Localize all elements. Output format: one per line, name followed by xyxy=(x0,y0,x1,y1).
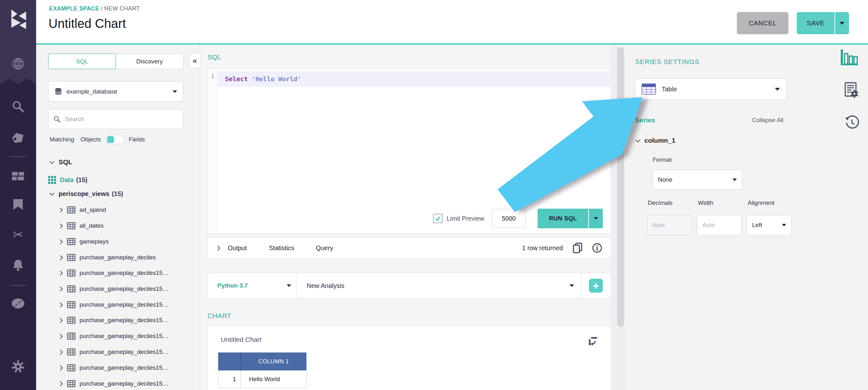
tree-node-table[interactable]: purchase_gameplay_deciles15… xyxy=(59,298,168,311)
sidebar-item-globe[interactable] xyxy=(0,57,36,71)
objects-fields-toggle[interactable] xyxy=(106,135,124,144)
tree-node-table[interactable]: purchase_gameplay_deciles15… xyxy=(59,345,168,358)
result-table: COLUMN 1 1 Hello World xyxy=(218,352,307,388)
tab-statistics[interactable]: Statistics xyxy=(269,245,294,252)
transpose-icon[interactable] xyxy=(588,336,598,346)
analysis-selector[interactable]: New Analysis xyxy=(297,273,581,298)
chevron-down-icon xyxy=(50,191,55,196)
tree-node-table[interactable]: purchase_gameplay_deciles15… xyxy=(59,330,168,342)
chevron-right-icon xyxy=(58,350,63,355)
sidebar-item-alerts[interactable] xyxy=(0,259,36,272)
save-button[interactable]: SAVE xyxy=(797,12,834,34)
tab-discovery[interactable]: Discovery xyxy=(116,54,183,69)
column-header[interactable]: COLUMN 1 xyxy=(241,353,307,371)
series-column-toggle[interactable]: column_1 xyxy=(636,137,675,144)
chevron-right-icon xyxy=(58,271,63,276)
history-tab[interactable] xyxy=(841,115,862,130)
chart-settings-tab[interactable] xyxy=(839,48,860,66)
tree-node-table[interactable]: purchase_gameplay_deciles15… xyxy=(59,314,168,327)
checkmark-icon xyxy=(435,215,441,222)
decimals-label: Decimals xyxy=(648,199,673,206)
search-input[interactable] xyxy=(64,115,173,123)
width-input[interactable] xyxy=(697,215,742,235)
line-number: 1 xyxy=(208,73,217,80)
save-button-group: SAVE xyxy=(797,12,849,34)
limit-value-input[interactable] xyxy=(492,209,526,228)
gear-icon xyxy=(11,360,25,373)
sidebar-item-tags[interactable] xyxy=(0,131,36,144)
chevron-right-icon[interactable] xyxy=(215,245,220,250)
collapse-panel-button[interactable]: « xyxy=(189,53,200,68)
app-logo[interactable] xyxy=(0,9,36,32)
scrollbar-thumb[interactable] xyxy=(617,47,624,327)
add-analysis-button[interactable]: + xyxy=(589,279,603,292)
tree-node-table[interactable]: gameplays xyxy=(59,235,108,248)
dashboard-grid-icon xyxy=(12,171,24,183)
matching-fields-label: Fields xyxy=(129,136,145,143)
copy-icon[interactable] xyxy=(572,243,583,253)
query-settings-tab[interactable] xyxy=(841,82,862,98)
decimals-input[interactable] xyxy=(647,215,692,235)
tree-node-data[interactable]: Data (15) xyxy=(48,173,87,186)
table-icon xyxy=(67,285,75,292)
format-dropdown[interactable]: None xyxy=(653,170,742,190)
tree-node-sql-root[interactable]: SQL xyxy=(50,156,72,168)
editor-active-line[interactable]: Select 'Hello World' xyxy=(218,71,611,87)
breadcrumb-space-link[interactable]: EXAMPLE SPACE xyxy=(49,5,99,12)
save-options-button[interactable] xyxy=(834,12,849,34)
chart-editor-app: ✂ xyxy=(0,0,868,390)
tree-node-table[interactable]: purchase_gameplay_deciles xyxy=(59,251,156,264)
table-icon xyxy=(67,364,75,371)
tab-output[interactable]: Output xyxy=(228,245,247,252)
sidebar-item-snippets[interactable]: ✂ xyxy=(0,228,36,241)
tab-query[interactable]: Query xyxy=(316,245,333,252)
collapse-all-link[interactable]: Collapse All xyxy=(752,117,783,124)
run-sql-button[interactable]: RUN SQL xyxy=(537,208,588,228)
run-sql-button-group: RUN SQL xyxy=(537,208,603,228)
table-name: purchase_gameplay_deciles15… xyxy=(80,270,168,277)
row-count-status: 1 row returned xyxy=(522,245,563,252)
tree-data-label: Data xyxy=(60,176,73,184)
compass-icon xyxy=(11,297,25,310)
tree-node-schema[interactable]: periscope_views (15) xyxy=(50,187,123,200)
info-icon[interactable] xyxy=(592,243,602,253)
tree-node-table[interactable]: purchase_gameplay_deciles15… xyxy=(59,267,168,279)
cancel-button[interactable]: CANCEL xyxy=(737,12,788,34)
sidebar-divider xyxy=(9,285,27,286)
analysis-name: New Analysis xyxy=(307,282,344,289)
database-selector[interactable]: example_database xyxy=(48,81,183,102)
language-selector[interactable]: Python 3.7 xyxy=(208,273,297,298)
chevron-right-icon xyxy=(58,286,63,291)
limit-preview-checkbox[interactable] xyxy=(433,214,442,223)
tree-node-table[interactable]: all_dates xyxy=(59,219,103,232)
table-icon xyxy=(67,270,75,277)
chevron-right-icon xyxy=(58,334,63,339)
tree-node-table[interactable]: ad_spend xyxy=(59,203,106,216)
sidebar-item-bookmarks[interactable] xyxy=(0,198,36,211)
analysis-bar: Python 3.7 New Analysis + xyxy=(208,273,611,299)
sql-editor[interactable]: 1 Select 'Hello World' Limit Preview RUN… xyxy=(208,69,611,234)
chart-type-selector[interactable]: Table xyxy=(635,78,786,100)
table-icon xyxy=(67,333,75,340)
table-icon xyxy=(67,254,75,261)
value-cell[interactable]: Hello World xyxy=(241,371,307,388)
chevron-down-icon xyxy=(50,159,55,164)
alignment-dropdown[interactable]: Left xyxy=(747,215,792,235)
history-clock-icon xyxy=(844,115,859,130)
tab-sql[interactable]: SQL xyxy=(48,54,116,69)
table-name: purchase_gameplay_deciles15… xyxy=(80,380,168,387)
language-value: Python 3.7 xyxy=(217,282,248,289)
sidebar-item-discover[interactable] xyxy=(0,297,36,310)
tree-schema-label: periscope_views xyxy=(59,190,109,198)
sql-keyword: Select xyxy=(225,75,248,83)
table-name: gameplays xyxy=(80,238,108,245)
tree-node-table[interactable]: purchase_gameplay_deciles15… xyxy=(59,361,168,374)
tree-node-table[interactable]: purchase_gameplay_deciles15… xyxy=(59,282,168,295)
run-sql-options-button[interactable] xyxy=(588,208,603,228)
chart-preview-title: Untitled Chart xyxy=(221,336,261,343)
sidebar-item-settings[interactable] xyxy=(0,360,36,373)
sidebar-item-dashboards[interactable] xyxy=(0,171,36,183)
tree-node-table[interactable]: purchase_gameplay_deciles15… xyxy=(59,377,168,390)
sidebar-item-search[interactable] xyxy=(0,100,36,113)
page-title[interactable]: Untitled Chart xyxy=(49,17,126,31)
